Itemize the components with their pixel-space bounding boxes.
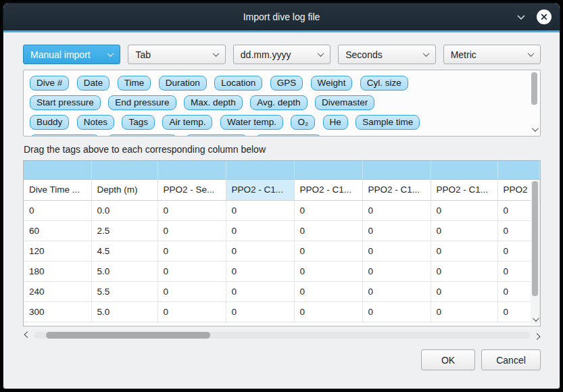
table-cell: 0 — [362, 241, 431, 261]
table-cell: 5.5 — [91, 281, 157, 301]
chevron-down-icon — [528, 50, 535, 57]
table-cell: 0.0 — [91, 200, 157, 220]
column-header: Dive Time ... — [24, 179, 91, 200]
duration-format-value: Seconds — [345, 49, 382, 60]
column-drop-target[interactable] — [157, 161, 226, 179]
shade-button[interactable] — [514, 10, 528, 24]
tag-he[interactable]: He — [323, 115, 348, 130]
table-row: 240 5.5 0 0 0 0 0 0 — [24, 281, 540, 301]
table-cell: 120 — [24, 241, 91, 261]
tag-notes[interactable]: Notes — [77, 115, 114, 130]
table-cell: 0 — [294, 261, 362, 281]
tag-cyl-size[interactable]: Cyl. size — [360, 76, 408, 91]
tag-air-temp[interactable]: Air temp. — [162, 115, 212, 130]
table-cell: 0 — [294, 220, 362, 241]
scroll-right-button[interactable] — [533, 331, 541, 339]
table-cell: 300 — [24, 301, 91, 322]
column-drop-target[interactable] — [362, 161, 431, 179]
chevron-right-icon — [533, 333, 540, 339]
table-cell: 0 — [294, 281, 362, 301]
tag-end-pressure[interactable]: End pressure — [108, 95, 176, 110]
field-separator-select[interactable]: Tab — [128, 45, 225, 64]
chevron-down-icon — [107, 50, 114, 57]
column-drop-target[interactable] — [497, 161, 540, 179]
table-vscrollbar[interactable] — [531, 180, 539, 324]
column-drop-target[interactable] — [294, 161, 362, 179]
units-select[interactable]: Metric — [443, 45, 541, 64]
close-button[interactable] — [537, 9, 552, 24]
tag-sample-cns[interactable]: Sample CNS — [255, 134, 322, 137]
tag-gps[interactable]: GPS — [270, 76, 303, 91]
tag-max-depth[interactable]: Max. depth — [184, 95, 243, 110]
chevron-down-icon — [422, 50, 429, 57]
tag-sample-time[interactable]: Sample time — [356, 115, 420, 130]
chevron-down-icon — [532, 125, 539, 132]
column-header: PPO2 - C1... — [431, 179, 497, 200]
table-cell: 0 — [294, 301, 362, 322]
tag-water-temp[interactable]: Water temp. — [220, 115, 283, 130]
table-cell: 5.0 — [91, 301, 157, 322]
tag-divemaster[interactable]: Divemaster — [315, 95, 374, 110]
table-row: 0 0.0 0 0 0 0 0 0 — [24, 200, 540, 220]
scrollbar-thumb[interactable] — [532, 181, 538, 296]
table-cell: 0 — [24, 200, 91, 220]
tag-row: Dive # Date Time Duration Location GPS W… — [27, 74, 525, 93]
scroll-down-button[interactable] — [531, 315, 539, 324]
units-value: Metric — [451, 49, 476, 60]
tag-weight[interactable]: Weight — [311, 76, 353, 91]
tag-sample-depth[interactable]: Sample depth — [30, 134, 99, 137]
table-cell: 0 — [226, 200, 294, 220]
table-cell: 0 — [294, 241, 362, 261]
table-cell: 0 — [362, 281, 431, 301]
table-row: 180 5.0 0 0 0 0 0 0 — [24, 261, 540, 281]
table-cell: 0 — [226, 220, 294, 241]
titlebar[interactable]: Import dive log file — [3, 3, 560, 30]
tag-buddy[interactable]: Buddy — [30, 115, 69, 130]
chevron-down-icon — [533, 315, 539, 322]
tag-dive-number[interactable]: Dive # — [30, 76, 69, 91]
hscroll-track[interactable] — [34, 332, 530, 339]
import-type-select[interactable]: Manual import — [23, 45, 120, 64]
table-cell: 0 — [431, 200, 497, 220]
table-cell: 0 — [157, 241, 226, 261]
table-cell: 0 — [431, 261, 497, 281]
cancel-button[interactable]: Cancel — [481, 349, 541, 370]
table-cell: 4.5 — [91, 241, 157, 261]
preview-table: Dive Time ... Depth (m) PPO2 - Se... PPO… — [23, 160, 541, 326]
table-hscrollbar[interactable] — [23, 330, 541, 341]
import-type-value: Manual import — [30, 49, 91, 60]
tag-sample-temp[interactable]: Sample temp. — [107, 134, 177, 137]
table-cell: 0 — [431, 281, 497, 301]
scroll-down-button[interactable] — [530, 125, 539, 134]
duration-format-select[interactable]: Seconds — [338, 45, 435, 64]
table-cell: 0 — [226, 241, 294, 261]
column-drop-target[interactable] — [24, 161, 91, 179]
table-row: 300 5.0 0 0 0 0 0 0 — [24, 301, 540, 322]
tag-duration[interactable]: Duration — [159, 76, 207, 91]
tag-start-pressure[interactable]: Start pressure — [30, 95, 101, 110]
column-header: PPO2 - C1... — [226, 179, 294, 200]
tag-avg-depth[interactable]: Avg. depth — [250, 95, 307, 110]
scrollbar-thumb[interactable] — [46, 332, 210, 339]
field-separator-value: Tab — [135, 49, 151, 60]
tag-o2[interactable]: O₂ — [291, 115, 315, 130]
tag-date[interactable]: Date — [77, 76, 110, 91]
column-header: PPO2 - Se... — [157, 179, 226, 200]
window-title: Import dive log file — [243, 11, 320, 22]
tag-area-scrollbar[interactable] — [530, 72, 539, 134]
column-drop-target[interactable] — [91, 161, 157, 179]
column-drop-target[interactable] — [226, 161, 294, 179]
tag-sample-po2[interactable]: Sample pO₂ — [185, 134, 248, 137]
import-options-row: Manual import Tab dd.mm.yyyy Seconds Met… — [23, 45, 541, 64]
scroll-left-button[interactable] — [23, 331, 31, 339]
tag-location[interactable]: Location — [214, 76, 262, 91]
scrollbar-thumb[interactable] — [531, 72, 537, 105]
column-drop-target[interactable] — [431, 161, 497, 179]
table-cell: 0 — [362, 301, 431, 322]
chevron-down-icon — [318, 50, 324, 57]
tag-time[interactable]: Time — [118, 76, 151, 91]
column-header: PPO2 - C1... — [294, 179, 362, 200]
ok-button[interactable]: OK — [421, 349, 475, 370]
tag-tags[interactable]: Tags — [122, 115, 155, 130]
date-format-select[interactable]: dd.mm.yyyy — [233, 45, 331, 64]
